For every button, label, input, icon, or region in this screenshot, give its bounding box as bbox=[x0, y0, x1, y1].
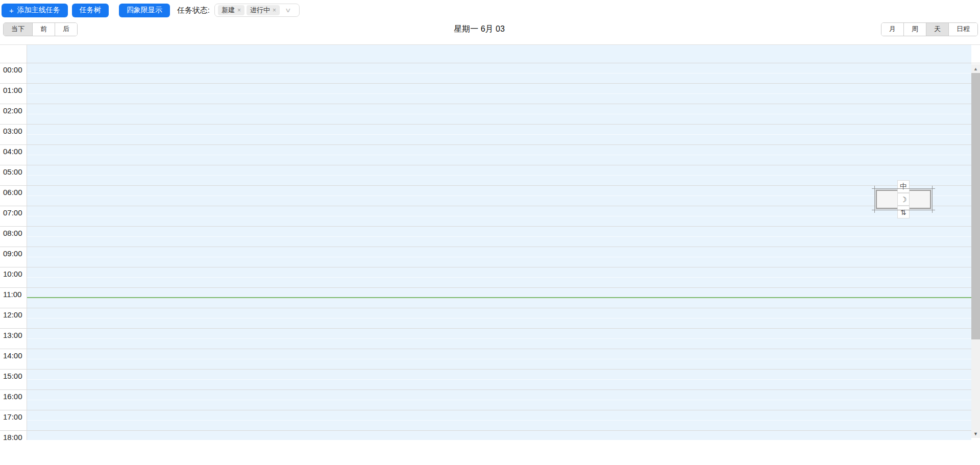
half-hour-line bbox=[27, 338, 971, 339]
status-tag: 进行中 × bbox=[247, 5, 280, 15]
date-nav-button[interactable]: 当下 bbox=[4, 23, 32, 36]
time-label: 06:00 bbox=[0, 186, 27, 206]
time-label: 13:00 bbox=[0, 329, 27, 349]
time-label: 05:00 bbox=[0, 165, 27, 185]
hour-cell[interactable] bbox=[27, 410, 971, 430]
hour-row: 13:00 bbox=[0, 329, 971, 349]
hour-cell[interactable] bbox=[27, 104, 971, 124]
view-switch-button[interactable]: 日程 bbox=[948, 23, 977, 36]
half-hour-line bbox=[27, 379, 971, 380]
half-hour-line bbox=[27, 73, 971, 74]
view-switch-button[interactable]: 天 bbox=[926, 23, 948, 36]
hour-rows: 00:00 01:00 02:00 03:00 04:00 05:00 06:0… bbox=[0, 63, 971, 440]
hour-row: 11:00 bbox=[0, 288, 971, 308]
add-main-task-button[interactable]: + 添加主线任务 bbox=[2, 4, 68, 17]
ime-button[interactable]: ⇅ bbox=[897, 206, 910, 218]
time-label: 09:00 bbox=[0, 247, 27, 267]
time-label: 07:00 bbox=[0, 206, 27, 226]
date-nav-button[interactable]: 前 bbox=[32, 23, 55, 36]
hour-cell[interactable] bbox=[27, 247, 971, 267]
hour-cell[interactable] bbox=[27, 349, 971, 369]
status-tag-label: 进行中 bbox=[250, 6, 270, 15]
calendar-header: 当下前后 星期一 6月 03 月周天日程 bbox=[0, 21, 980, 37]
half-hour-line bbox=[27, 420, 971, 421]
half-hour-line bbox=[27, 277, 971, 278]
hour-row: 05:00 bbox=[0, 165, 971, 186]
all-day-right-pad bbox=[971, 45, 980, 63]
half-hour-line bbox=[27, 114, 971, 114]
hour-cell[interactable] bbox=[27, 288, 971, 308]
scroll-up-arrow-icon[interactable]: ▲ bbox=[971, 64, 980, 73]
ime-button[interactable]: 中 bbox=[897, 180, 910, 193]
half-hour-line bbox=[27, 195, 971, 196]
half-hour-line bbox=[27, 359, 971, 359]
close-icon[interactable]: × bbox=[237, 7, 241, 13]
add-main-task-label: 添加主线任务 bbox=[17, 6, 60, 15]
hour-cell[interactable] bbox=[27, 63, 971, 83]
task-tree-button[interactable]: 任务树 bbox=[72, 4, 109, 17]
ime-button[interactable]: ☽ bbox=[897, 193, 910, 206]
all-day-row bbox=[0, 44, 980, 63]
ime-sketch-line bbox=[874, 186, 875, 213]
hour-cell[interactable] bbox=[27, 431, 971, 440]
day-grid-viewport[interactable]: 00:00 01:00 02:00 03:00 04:00 05:00 06:0… bbox=[0, 63, 971, 440]
hour-row: 15:00 bbox=[0, 370, 971, 390]
close-icon[interactable]: × bbox=[273, 7, 276, 13]
time-label: 02:00 bbox=[0, 104, 27, 124]
hour-cell[interactable] bbox=[27, 308, 971, 328]
half-hour-line bbox=[27, 318, 971, 319]
task-tree-label: 任务树 bbox=[80, 6, 101, 15]
status-tag: 新建 × bbox=[218, 5, 244, 15]
ime-sketch-line bbox=[872, 210, 935, 210]
hour-cell[interactable] bbox=[27, 84, 971, 104]
scroll-down-arrow-icon[interactable]: ▼ bbox=[971, 429, 980, 438]
status-tag-list: 新建 × 进行中 × bbox=[217, 5, 281, 15]
hour-cell[interactable] bbox=[27, 206, 971, 226]
ime-toolbar[interactable]: 中☽⇅ bbox=[876, 190, 931, 209]
time-label: 03:00 bbox=[0, 125, 27, 144]
half-hour-line bbox=[27, 400, 971, 400]
hour-cell[interactable] bbox=[27, 370, 971, 389]
top-toolbar: + 添加主线任务 任务树 四象限显示 任务状态: 新建 × 进行中 × ∨ bbox=[0, 0, 980, 20]
hour-cell[interactable] bbox=[27, 125, 971, 144]
view-switch-button[interactable]: 周 bbox=[903, 23, 926, 36]
time-label: 11:00 bbox=[0, 288, 27, 308]
time-label: 12:00 bbox=[0, 308, 27, 328]
view-switch-button[interactable]: 月 bbox=[881, 23, 903, 36]
hour-cell[interactable] bbox=[27, 186, 971, 206]
hour-cell[interactable] bbox=[27, 267, 971, 287]
ime-item-list: 中☽⇅ bbox=[897, 180, 910, 218]
time-label: 01:00 bbox=[0, 84, 27, 104]
date-nav-group: 当下前后 bbox=[3, 22, 78, 36]
hour-row: 01:00 bbox=[0, 84, 971, 104]
hour-cell[interactable] bbox=[27, 165, 971, 185]
half-hour-line bbox=[27, 236, 971, 237]
scrollbar-thumb[interactable] bbox=[971, 73, 980, 339]
hour-row: 09:00 bbox=[0, 247, 971, 267]
hour-row: 14:00 bbox=[0, 349, 971, 370]
half-hour-line bbox=[27, 155, 971, 155]
ime-sketch-line bbox=[932, 186, 933, 213]
half-hour-line bbox=[27, 134, 971, 135]
hour-cell[interactable] bbox=[27, 390, 971, 410]
view-switch-group: 月周天日程 bbox=[881, 22, 978, 36]
quadrant-view-button[interactable]: 四象限显示 bbox=[119, 4, 170, 17]
all-day-cell[interactable] bbox=[27, 45, 971, 63]
date-nav-button[interactable]: 后 bbox=[55, 23, 77, 36]
hour-row: 00:00 bbox=[0, 63, 971, 84]
half-hour-line bbox=[27, 298, 971, 298]
time-label: 00:00 bbox=[0, 63, 27, 83]
status-tag-label: 新建 bbox=[222, 6, 235, 15]
vertical-scrollbar[interactable]: ▲ ▼ bbox=[971, 64, 980, 438]
quadrant-view-label: 四象限显示 bbox=[127, 6, 162, 15]
hour-row: 03:00 bbox=[0, 125, 971, 145]
task-status-select[interactable]: 新建 × 进行中 × ∨ bbox=[214, 4, 300, 17]
time-label: 17:00 bbox=[0, 410, 27, 430]
chevron-down-icon: ∨ bbox=[285, 7, 291, 14]
hour-cell[interactable] bbox=[27, 145, 971, 165]
hour-cell[interactable] bbox=[27, 329, 971, 349]
half-hour-line bbox=[27, 93, 971, 94]
plus-icon: + bbox=[9, 7, 14, 14]
hour-cell[interactable] bbox=[27, 227, 971, 247]
time-label: 14:00 bbox=[0, 349, 27, 369]
